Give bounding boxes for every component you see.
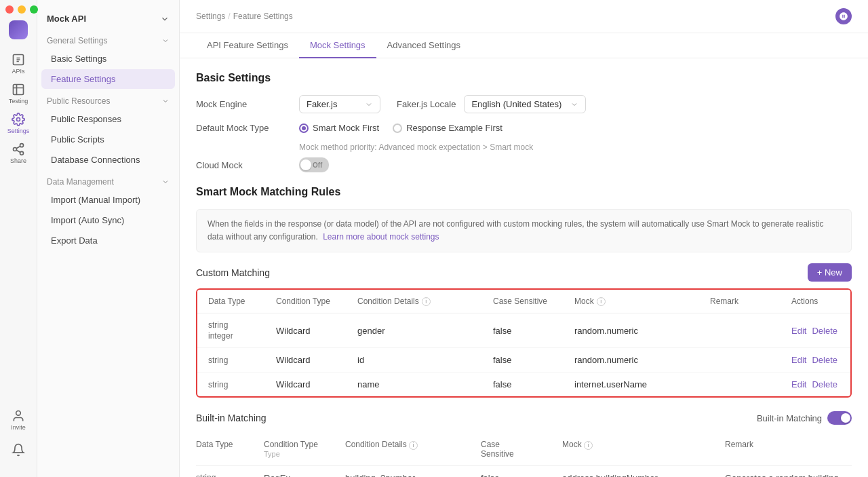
col-mock: Mock i: [574, 297, 710, 306]
sidebar-item-invite[interactable]: Invite: [5, 406, 32, 434]
sidebar-bottom: Invite: [5, 406, 32, 477]
edit-link-2[interactable]: Edit: [791, 355, 806, 365]
cell-case-sensitive-2: false: [493, 355, 574, 365]
col-case-sensitive: Case Sensitive: [493, 297, 574, 306]
custom-matching-header: Custom Matching + New: [196, 263, 852, 282]
built-in-toggle-knob: [841, 413, 850, 423]
user-avatar: [835, 8, 852, 24]
cell-data-type-1: string integer: [208, 320, 276, 341]
svg-point-2: [20, 144, 24, 147]
sidebar-item-settings[interactable]: Settings: [5, 110, 32, 137]
notification-icon[interactable]: [5, 436, 32, 463]
default-mock-type-label: Default Mock Type: [196, 123, 291, 133]
svg-point-4: [20, 151, 24, 155]
cell-condition-details-1: gender: [357, 326, 493, 336]
bi-cell-condition-details: building_?number: [345, 473, 481, 477]
nav-item-public-responses[interactable]: Public Responses: [41, 109, 175, 129]
built-in-header: Built-in Matching Built-in Matching: [196, 411, 852, 425]
mock-hint: Mock method priority: Advanced mock expe…: [299, 142, 852, 152]
tab-api-feature[interactable]: API Feature Settings: [196, 33, 299, 58]
close-button[interactable]: [5, 5, 14, 14]
table-row: string integer Wildcard gender false ran…: [197, 313, 850, 348]
radio-smart-mock[interactable]: Smart Mock First: [299, 123, 379, 133]
nav-item-import-auto[interactable]: Import (Auto Sync): [41, 210, 175, 230]
delete-link-3[interactable]: Delete: [812, 379, 837, 389]
col-data-type: Data Type: [208, 297, 276, 306]
cell-actions-3: Edit Delete: [791, 379, 846, 389]
radio-smart-mock-dot: [299, 123, 309, 133]
cell-mock-1: random.numeric: [574, 326, 710, 336]
cell-data-type-2: string: [208, 356, 276, 365]
table-header-row: Data Type Condition Type Condition Detai…: [197, 290, 850, 313]
bi-cell-mock: address.buildingNumber: [562, 473, 725, 477]
left-nav: Mock API General Settings Basic Settings…: [37, 0, 180, 477]
nav-item-public-scripts[interactable]: Public Scripts: [41, 130, 175, 149]
cloud-mock-toggle[interactable]: Off: [299, 157, 329, 172]
sidebar-item-testing[interactable]: Testing: [5, 80, 32, 107]
data-management-section: Data Management: [37, 170, 179, 189]
cell-condition-type-1: Wildcard: [276, 326, 357, 336]
faker-locale-select[interactable]: English (United States): [464, 95, 586, 113]
minimize-button[interactable]: [18, 5, 26, 14]
learn-more-link[interactable]: Learn more about mock settings: [323, 232, 439, 242]
bi-condition-info-icon: i: [409, 441, 418, 450]
delete-link-1[interactable]: Delete: [812, 326, 837, 336]
smart-mock-section: Smart Mock Matching Rules When the field…: [196, 186, 852, 252]
bi-cell-remark: Generates a random building number.: [725, 473, 847, 477]
cell-mock-2: random.numeric: [574, 355, 710, 365]
cell-condition-details-2: id: [357, 355, 493, 365]
mock-engine-label: Mock Engine: [196, 99, 291, 109]
mock-type-radio-group: Smart Mock First Response Example First: [299, 123, 502, 133]
faker-locale-label: Faker.js Locale: [397, 99, 456, 109]
bi-col-condition-type: Condition Type Type: [264, 440, 345, 459]
radio-response-dot: [393, 123, 402, 133]
nav-item-database-connections[interactable]: Database Connections: [41, 150, 175, 170]
mock-engine-select[interactable]: Faker.js: [299, 95, 380, 113]
sidebar: APIs Testing Settings Share Invite: [0, 0, 37, 477]
sidebar-item-share[interactable]: Share: [5, 140, 32, 167]
app-icon: [9, 20, 28, 39]
bi-col-remark: Remark: [725, 440, 847, 459]
nav-item-basic-settings[interactable]: Basic Settings: [41, 49, 175, 69]
built-in-section: Built-in Matching Built-in Matching Data…: [196, 411, 852, 477]
settings-tabs: API Feature Settings Mock Settings Advan…: [180, 33, 868, 58]
general-settings-section: General Settings: [37, 29, 179, 48]
nav-item-feature-settings[interactable]: Feature Settings: [41, 69, 175, 89]
svg-point-1: [17, 118, 20, 121]
cell-mock-3: internet.userName: [574, 379, 710, 389]
built-in-toggle[interactable]: [827, 411, 852, 425]
bi-col-case-sensitive: Case Sensitive: [481, 440, 562, 459]
cloud-mock-row: Cloud Mock Off: [196, 157, 852, 172]
built-in-table-header: Data Type Condition Type Type Condition …: [196, 433, 852, 466]
col-actions: Actions: [791, 297, 846, 306]
edit-link-1[interactable]: Edit: [791, 326, 806, 336]
bi-cell-condition-type: RegEx: [264, 473, 345, 477]
nav-item-import-manual[interactable]: Import (Manual Import): [41, 190, 175, 210]
custom-matching-table: Data Type Condition Type Condition Detai…: [196, 288, 852, 398]
mock-info-icon: i: [597, 297, 606, 306]
svg-point-7: [16, 411, 21, 416]
radio-response-example[interactable]: Response Example First: [393, 123, 502, 133]
built-in-title: Built-in Matching: [196, 413, 267, 423]
built-in-table: Data Type Condition Type Type Condition …: [196, 433, 852, 477]
basic-settings-title: Basic Settings: [196, 72, 852, 84]
col-condition-type: Condition Type: [276, 297, 357, 306]
left-nav-title: Mock API: [37, 11, 179, 29]
cell-condition-type-2: Wildcard: [276, 355, 357, 365]
cell-actions-1: Edit Delete: [791, 326, 846, 336]
delete-link-2[interactable]: Delete: [812, 355, 837, 365]
cloud-mock-knob: [300, 159, 311, 170]
maximize-button[interactable]: [30, 5, 38, 14]
sidebar-item-apis[interactable]: APIs: [5, 50, 32, 77]
nav-item-export-data[interactable]: Export Data: [41, 231, 175, 250]
breadcrumb: Settings / Feature Settings: [180, 0, 868, 33]
tab-advanced[interactable]: Advanced Settings: [376, 33, 471, 58]
new-custom-matching-button[interactable]: + New: [808, 263, 852, 282]
cell-actions-2: Edit Delete: [791, 355, 846, 365]
tab-mock-settings[interactable]: Mock Settings: [299, 33, 376, 58]
smart-mock-title: Smart Mock Matching Rules: [196, 186, 852, 198]
cell-case-sensitive-3: false: [493, 379, 574, 389]
bi-cell-data-type: string integer number: [196, 473, 264, 477]
public-resources-section: Public Resources: [37, 90, 179, 109]
edit-link-3[interactable]: Edit: [791, 379, 806, 389]
